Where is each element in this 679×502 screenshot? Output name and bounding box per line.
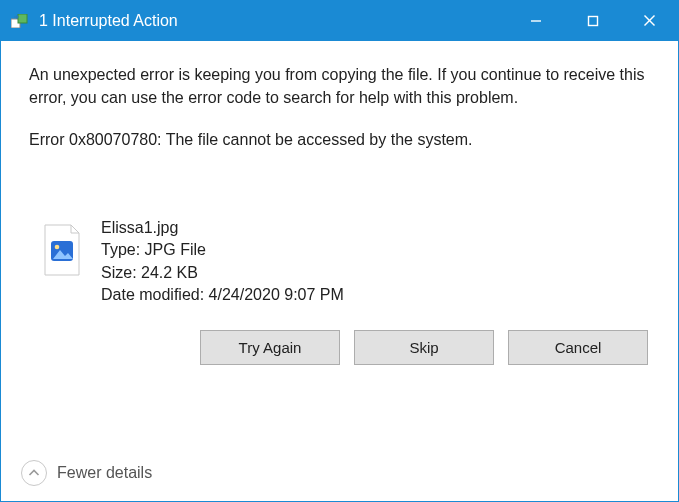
file-name: Elissa1.jpg [101, 217, 344, 239]
minimize-icon [530, 15, 542, 27]
file-type: Type: JPG File [101, 239, 344, 261]
error-message: An unexpected error is keeping you from … [29, 63, 650, 109]
svg-rect-4 [588, 16, 597, 25]
skip-button[interactable]: Skip [354, 330, 494, 365]
details-toggle[interactable]: Fewer details [1, 445, 678, 501]
try-again-button[interactable]: Try Again [200, 330, 340, 365]
error-code-line: Error 0x80070780: The file cannot be acc… [29, 131, 650, 149]
dialog-content: An unexpected error is keeping you from … [1, 41, 678, 445]
copy-progress-icon [11, 13, 31, 29]
file-modified: Date modified: 4/24/2020 9:07 PM [101, 284, 344, 306]
window-title: 1 Interrupted Action [39, 12, 178, 30]
maximize-button[interactable] [564, 0, 621, 41]
maximize-icon [587, 15, 599, 27]
image-file-icon [35, 217, 89, 277]
file-info-block: Elissa1.jpg Type: JPG File Size: 24.2 KB… [35, 217, 650, 305]
details-toggle-label: Fewer details [57, 464, 152, 482]
button-row: Try Again Skip Cancel [29, 330, 650, 365]
close-icon [643, 14, 656, 27]
minimize-button[interactable] [507, 0, 564, 41]
close-button[interactable] [621, 0, 678, 41]
titlebar[interactable]: 1 Interrupted Action [1, 0, 678, 41]
dialog-window: 1 Interrupted Action An unexpected error… [0, 0, 679, 502]
svg-point-8 [55, 245, 60, 250]
file-size: Size: 24.2 KB [101, 262, 344, 284]
chevron-up-icon [21, 460, 47, 486]
cancel-button[interactable]: Cancel [508, 330, 648, 365]
svg-rect-2 [18, 14, 27, 23]
file-metadata: Elissa1.jpg Type: JPG File Size: 24.2 KB… [101, 217, 344, 305]
